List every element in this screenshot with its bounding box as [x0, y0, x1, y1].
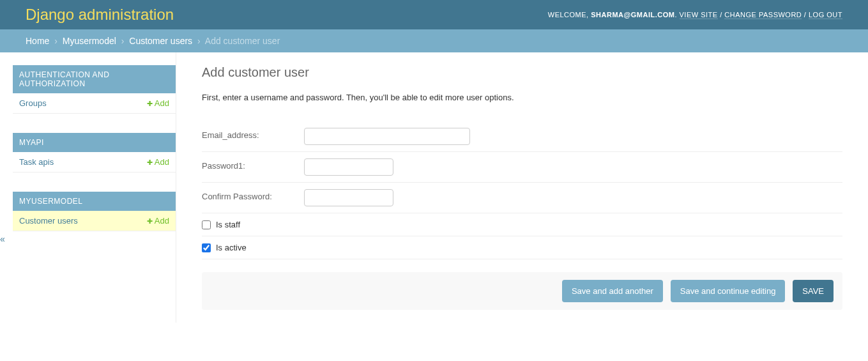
field-row-password1: Password1: — [202, 152, 842, 183]
intro-text: First, enter a username and password. Th… — [202, 93, 842, 102]
breadcrumb-home[interactable]: Home — [26, 36, 49, 46]
sidebar-model-link[interactable]: Customer users — [19, 216, 78, 226]
sidebar-app-auth: AUTHENTICATION AND AUTHORIZATION Groups … — [13, 65, 176, 114]
add-link[interactable]: Add — [147, 157, 169, 167]
sidebar-item-taskapis: Task apis Add — [13, 152, 176, 173]
field-row-is-staff: Is staff — [202, 213, 842, 236]
password1-field[interactable] — [304, 158, 393, 176]
password2-field[interactable] — [304, 189, 393, 206]
add-link[interactable]: Add — [147, 216, 169, 226]
save-add-another-button[interactable] — [562, 280, 663, 302]
breadcrumb: Home › Myusermodel › Customer users › Ad… — [0, 29, 868, 52]
branding: Django administration — [26, 6, 174, 24]
sidebar-app-label[interactable]: AUTHENTICATION AND AUTHORIZATION — [13, 65, 176, 93]
is-staff-label[interactable]: Is staff — [216, 220, 318, 229]
sidebar-item-groups: Groups Add — [13, 93, 176, 114]
is-staff-checkbox[interactable] — [202, 220, 211, 229]
sidebar-app-label[interactable]: MYAPI — [13, 133, 176, 152]
breadcrumb-current: Add customer user — [205, 36, 280, 46]
is-active-checkbox[interactable] — [202, 243, 211, 252]
email-field[interactable] — [304, 128, 470, 145]
change-password-link[interactable]: CHANGE PASSWORD — [724, 11, 802, 19]
header: Django administration WELCOME, SHARMA@GM… — [0, 0, 868, 29]
is-active-label[interactable]: Is active — [216, 243, 318, 252]
save-button[interactable] — [793, 280, 834, 302]
sidebar-app-myusermodel: MYUSERMODEL Customer users Add — [13, 192, 176, 231]
add-link[interactable]: Add — [147, 98, 169, 108]
toggle-nav-icon[interactable]: « — [0, 234, 5, 244]
welcome-text: WELCOME, — [548, 11, 591, 19]
field-row-is-active: Is active — [202, 236, 842, 259]
log-out-link[interactable]: LOG OUT — [809, 11, 842, 19]
sidebar-model-link[interactable]: Task apis — [19, 157, 54, 167]
submit-row — [202, 272, 842, 310]
sidebar-app-myapi: MYAPI Task apis Add — [13, 133, 176, 173]
save-continue-button[interactable] — [671, 280, 786, 302]
nav-sidebar: AUTHENTICATION AND AUTHORIZATION Groups … — [0, 52, 176, 323]
user-tools: WELCOME, SHARMA@GMAIL.COM. VIEW SITE / C… — [548, 11, 842, 19]
field-row-password2: Confirm Password: — [202, 183, 842, 213]
sidebar-model-link[interactable]: Groups — [19, 98, 47, 108]
sidebar-item-customerusers: Customer users Add — [13, 211, 176, 231]
password2-label: Confirm Password: — [202, 189, 304, 201]
email-label: Email_address: — [202, 128, 304, 140]
content: Add customer user First, enter a usernam… — [176, 52, 868, 323]
add-form: Email_address: Password1: Confirm Passwo… — [202, 121, 842, 310]
page-title: Add customer user — [202, 65, 842, 80]
password1-label: Password1: — [202, 158, 304, 171]
breadcrumb-model[interactable]: Customer users — [129, 36, 192, 46]
site-title-link[interactable]: Django administration — [26, 6, 174, 23]
view-site-link[interactable]: VIEW SITE — [680, 11, 718, 19]
username: SHARMA@GMAIL.COM — [591, 11, 674, 19]
breadcrumb-app[interactable]: Myusermodel — [63, 36, 116, 46]
field-row-email: Email_address: — [202, 121, 842, 152]
sidebar-app-label[interactable]: MYUSERMODEL — [13, 192, 176, 211]
